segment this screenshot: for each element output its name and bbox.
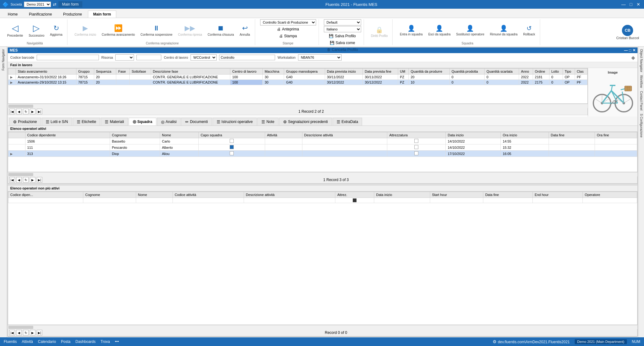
esci-squadra-btn[interactable]: 👤 Esci da squadra: [426, 24, 453, 37]
tab-mainform[interactable]: Main form: [88, 11, 116, 18]
col-inattivi-codice-att[interactable]: Codice attività: [172, 192, 244, 198]
col-tipo[interactable]: Tipo: [563, 69, 575, 75]
workflow-label[interactable]: Workflow: [639, 74, 644, 89]
status-attivita[interactable]: Attività: [22, 339, 33, 344]
user-avatar[interactable]: CB: [622, 25, 633, 36]
col-attivi-nome[interactable]: Nome: [160, 132, 198, 138]
inattivi-last-btn[interactable]: ▶|: [37, 330, 42, 335]
conferma-sospensione-btn[interactable]: ⏸ Conferma sospensione: [138, 23, 175, 37]
codice-barcode-input[interactable]: [37, 55, 99, 60]
filter-diamond-btn[interactable]: ◆: [631, 55, 635, 61]
workstation-select[interactable]: NBAN76: [298, 54, 342, 61]
tab-istruzioni[interactable]: ☰ Istruzioni operative: [213, 118, 257, 125]
inattivi-grid-wrapper[interactable]: Codice dipen... Cognome Nome Codice atti…: [8, 191, 637, 325]
col-attivi-codice[interactable]: Codice dipendente: [25, 132, 110, 138]
tab-extradata[interactable]: ☰ ExtraData: [333, 118, 362, 125]
close-btn[interactable]: ✕: [635, 1, 642, 7]
fasi-scrollbar-h[interactable]: [8, 104, 588, 108]
salva-profilo-btn[interactable]: 💾 Salva Profilo: [327, 33, 357, 39]
col-inattivi-desc-att[interactable]: Descrizione attività: [244, 192, 335, 198]
configurazione-label[interactable]: S Configurazione: [639, 112, 644, 139]
tab-produzione[interactable]: ⚙ Produzione: [9, 118, 41, 125]
col-descrizione-fase[interactable]: Descrizione fase: [151, 69, 230, 75]
conferma-inizio-btn[interactable]: ▶ Conferma inizio: [72, 23, 98, 37]
cancella-profilo-btn[interactable]: 🗑 Cancella Profilo: [325, 47, 360, 53]
fasi-grid-wrapper[interactable]: Stato avanzamento Gruppo Sequenza Fase S…: [8, 68, 588, 104]
stampa-btn[interactable]: 🖨 Stampa: [278, 33, 298, 39]
attivi-row-1[interactable]: 111 Pescarolo Alberto 14/10/2022 15:32: [8, 144, 637, 151]
diritti-profilo-btn[interactable]: 🔒 Diritti Profilo: [369, 25, 390, 39]
fasi-prev-btn[interactable]: ◀: [16, 109, 22, 114]
contact-panel-label[interactable]: Contact Panel: [639, 90, 644, 112]
col-stato[interactable]: Stato avanzamento: [16, 69, 76, 75]
conferma-ripresa-btn[interactable]: ▶▶ Conferma ripresa: [176, 23, 204, 37]
col-attivi-cognome[interactable]: Cognome: [110, 132, 160, 138]
tab-analisi[interactable]: ◎ Analisi: [157, 118, 181, 125]
annulla-btn[interactable]: ↩ Annulla: [237, 23, 252, 37]
col-centro-lavoro[interactable]: Centro di lavoro: [230, 69, 263, 75]
col-data-fine[interactable]: Data prevista fine: [363, 69, 398, 75]
col-qty-prod[interactable]: Quantità da produrre: [409, 69, 449, 75]
anteprima-btn[interactable]: 🖨 Anteprima: [275, 26, 301, 32]
status-trova[interactable]: Trova: [101, 339, 110, 344]
col-inattivi-data-fine[interactable]: Data fine: [483, 192, 533, 198]
tab-materiali[interactable]: ☰ Materiali: [101, 118, 128, 125]
col-ordine[interactable]: Ordine: [533, 69, 549, 75]
col-qty-prodotta[interactable]: Quantità prodotta: [449, 69, 485, 75]
col-inattivi-cognome[interactable]: Cognome: [83, 192, 136, 198]
col-inattivi-codice[interactable]: Codice dipen...: [8, 192, 83, 198]
society-select[interactable]: Demo 2021: [24, 2, 51, 7]
successivo-btn[interactable]: ▷ Successivo: [26, 22, 47, 38]
col-attivi-attrezz[interactable]: Attrezzatura: [387, 132, 446, 138]
fasi-next-btn[interactable]: ▶: [30, 109, 35, 114]
tab-pianificazione[interactable]: Pianificazione: [24, 11, 57, 18]
col-attivi-ora-inizio[interactable]: Ora inizio: [501, 132, 549, 138]
tab-note[interactable]: ☰ Note: [257, 118, 278, 125]
centro-lavoro-select[interactable]: WCControl: [191, 54, 217, 61]
col-inattivi-attrezz[interactable]: Attrez.: [335, 192, 374, 198]
nav-arrow[interactable]: ⇄: [53, 2, 57, 7]
tab-home[interactable]: Home: [2, 11, 23, 18]
col-inattivi-nome[interactable]: Nome: [136, 192, 172, 198]
tab-etichette[interactable]: ☰ Etichette: [73, 118, 100, 125]
inattivi-prev-btn[interactable]: ◀: [16, 330, 22, 335]
attivi-scrollbar-h[interactable]: [8, 172, 637, 176]
tab-squadra[interactable]: ◎ Squadra: [129, 118, 156, 125]
col-attivi-data-fine[interactable]: Data fine: [549, 132, 595, 138]
col-clas[interactable]: Clas: [575, 69, 587, 75]
tab-produzione[interactable]: Produzione: [58, 11, 87, 18]
rimuovi-squadra-btn[interactable]: 👤 Rimuovi da squadra: [488, 24, 520, 37]
fasi-first-btn[interactable]: |◀: [9, 109, 15, 114]
default-select[interactable]: Default: [324, 19, 361, 25]
col-manodopera[interactable]: Gruppo manodopera: [284, 69, 325, 75]
form-navigator-label[interactable]: Form Navigator: [1, 48, 6, 72]
col-attivi-desc[interactable]: Descrizione attività: [302, 132, 387, 138]
attivi-first-btn[interactable]: |◀: [9, 177, 15, 183]
attivi-last-btn[interactable]: ▶|: [37, 177, 42, 183]
attivi-refresh-btn[interactable]: ↻: [23, 177, 29, 183]
tab-documenti[interactable]: ✏ Documenti: [181, 118, 212, 125]
form-restore-btn[interactable]: □: [629, 48, 631, 52]
status-calendario[interactable]: Calendario: [38, 339, 56, 344]
aggiorna-btn[interactable]: ↻ Aggiorna: [48, 23, 65, 37]
rollback-btn[interactable]: ↺ Rollback: [521, 24, 537, 37]
fasi-refresh-btn[interactable]: ↻: [23, 109, 29, 114]
col-sequenza[interactable]: Sequenza: [94, 69, 116, 75]
status-posta[interactable]: Posta: [61, 339, 71, 344]
col-fase[interactable]: Fase: [116, 69, 130, 75]
sostituisci-operatore-btn[interactable]: 👤 Sostituisci operatore: [454, 24, 487, 37]
col-anno[interactable]: Anno: [519, 69, 533, 75]
fasi-row-0[interactable]: ▶ Avanzamento-31/10/2022 16:26 78715 20 …: [8, 75, 587, 80]
inattivi-first-btn[interactable]: |◀: [9, 330, 15, 335]
col-attivi-attivita[interactable]: Attività: [265, 132, 302, 138]
col-inattivi-operatore[interactable]: Operatore: [583, 192, 637, 198]
col-attivi-data-inizio[interactable]: Data inizio: [446, 132, 501, 138]
status-more[interactable]: •••: [115, 339, 119, 344]
object-navigator-label[interactable]: Object Navigator: [639, 48, 644, 73]
fasi-row-1[interactable]: ▶ Avanzamento-29/10/2022 13:15 78715 20 …: [8, 80, 587, 85]
col-um[interactable]: UM: [398, 69, 409, 75]
col-macchina[interactable]: Macchina: [263, 69, 284, 75]
tab-lotti[interactable]: ☰ Lotti e S/N: [42, 118, 72, 125]
fasi-last-btn[interactable]: ▶|: [37, 109, 42, 114]
attivi-next-btn[interactable]: ▶: [30, 177, 35, 183]
